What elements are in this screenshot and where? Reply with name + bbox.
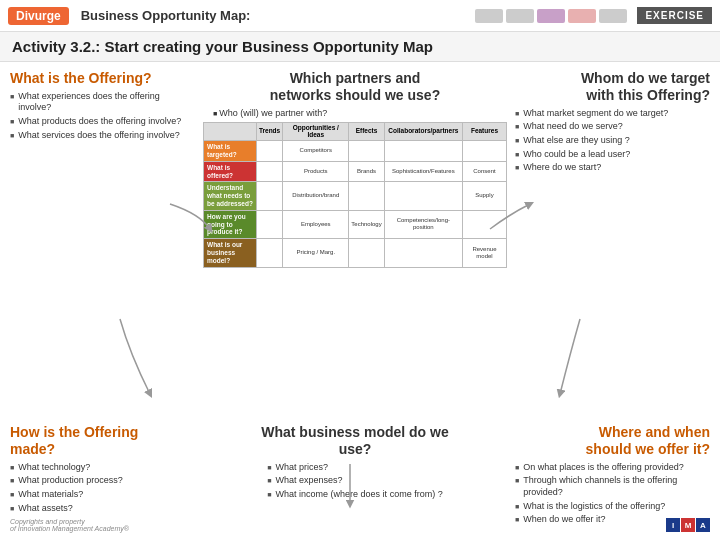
partners-heading: Which partners and networks should we us… — [270, 70, 440, 104]
ww-bullet-2: Through which channels is the offering p… — [515, 475, 710, 498]
ima-logo: I M A — [666, 518, 710, 532]
offering-bullets: What experiences does the offering invol… — [10, 91, 195, 142]
how-made-bullet-3: What materials? — [10, 489, 195, 501]
row-2-label: What isoffered? — [204, 161, 257, 182]
row-2-c5: Consent — [462, 161, 506, 182]
how-made-bullet-4: What assets? — [10, 503, 195, 515]
target-bullets: What market segment do we target? What n… — [515, 108, 710, 174]
col-header-features: Features — [462, 122, 506, 141]
right-column: Whom do we target with this Offering? Wh… — [515, 70, 710, 418]
offering-bullet-3: What services does the offering involve? — [10, 130, 195, 142]
row-1-c2: Competitors — [283, 141, 349, 162]
row-5-c5: Revenue model — [462, 239, 506, 267]
row-2-c1 — [256, 161, 282, 182]
where-when-heading: Where and when should we offer it? — [515, 424, 710, 458]
center-column: Which partners and networks should we us… — [203, 70, 507, 418]
target-bullet-4: Who could be a lead user? — [515, 149, 710, 161]
row-2-c4: Sophistication/Features — [384, 161, 462, 182]
row-4-c1 — [256, 210, 282, 238]
col-header-collaborators: Collaborators/partners — [384, 122, 462, 141]
ima-m: M — [681, 518, 695, 532]
row-5-c4 — [384, 239, 462, 267]
row-3-c1 — [256, 182, 282, 210]
row-5-c1 — [256, 239, 282, 267]
ima-i: I — [666, 518, 680, 532]
table-row: What istargeted? Competitors — [204, 141, 507, 162]
top-section: What is the Offering? What experiences d… — [10, 70, 710, 418]
col-header-trends: Trends — [256, 122, 282, 141]
step-4 — [568, 9, 596, 23]
row-4-c2: Employees — [283, 210, 349, 238]
header: Divurge Business Opportunity Map: EXERCI… — [0, 0, 720, 32]
exercise-label: EXERCISE — [637, 7, 712, 24]
row-1-c4 — [384, 141, 462, 162]
row-3-c2: Distribution/brand — [283, 182, 349, 210]
how-made-bullet-1: What technology? — [10, 462, 195, 474]
target-bullet-2: What need do we serve? — [515, 121, 710, 133]
row-1-label: What istargeted? — [204, 141, 257, 162]
col-header-effects: Effects — [349, 122, 384, 141]
row-3-c5: Supply — [462, 182, 506, 210]
bm-bullet-2: What expenses? — [267, 475, 442, 487]
row-5-label: What is ourbusinessmodel? — [204, 239, 257, 267]
step-3 — [537, 9, 565, 23]
row-4-label: How are yougoing toproduce it? — [204, 210, 257, 238]
offering-heading: What is the Offering? — [10, 70, 195, 87]
row-2-c3: Brands — [349, 161, 384, 182]
target-bullet-3: What else are they using ? — [515, 135, 710, 147]
target-bullet-1: What market segment do we target? — [515, 108, 710, 120]
bottom-center: What business model do we use? What pric… — [203, 424, 507, 528]
left-column: What is the Offering? What experiences d… — [10, 70, 195, 418]
row-5-c3 — [349, 239, 384, 267]
table-row: Understandwhat needs tobe addressed? Dis… — [204, 182, 507, 210]
business-model-bullets: What prices? What expenses? What income … — [267, 462, 442, 503]
col-header-label — [204, 122, 257, 141]
how-made-bullet-2: What production process? — [10, 475, 195, 487]
bottom-right: Where and when should we offer it? On wh… — [515, 424, 710, 528]
offering-bullet-2: What products does the offering involve? — [10, 116, 195, 128]
target-heading: Whom do we target with this Offering? — [515, 70, 710, 104]
row-1-c3 — [349, 141, 384, 162]
bom-table: Trends Opportunities / Ideas Effects Col… — [203, 122, 507, 268]
row-4-c3: Technology — [349, 210, 384, 238]
row-3-c4 — [384, 182, 462, 210]
row-1-c1 — [256, 141, 282, 162]
ww-bullet-1: On what places is the offering provided? — [515, 462, 710, 474]
business-model-heading: What business model do we use? — [203, 424, 507, 458]
step-5 — [599, 9, 627, 23]
partners-sub: Who (will) we partner with? — [203, 108, 507, 118]
step-2 — [506, 9, 534, 23]
bottom-left: How is the Offering made? What technolog… — [10, 424, 195, 528]
page-title: Activity 3.2.: Start creating your Busin… — [0, 32, 720, 62]
table-row: How are yougoing toproduce it? Employees… — [204, 210, 507, 238]
row-3-c3 — [349, 182, 384, 210]
bm-bullet-1: What prices? — [267, 462, 442, 474]
table-row: What is ourbusinessmodel? Pricing / Marg… — [204, 239, 507, 267]
row-2-c2: Products — [283, 161, 349, 182]
progress-steps — [475, 9, 627, 23]
ima-a: A — [696, 518, 710, 532]
table-row: What isoffered? Products Brands Sophisti… — [204, 161, 507, 182]
how-made-bullets: What technology? What production process… — [10, 462, 195, 515]
where-when-bullets: On what places is the offering provided?… — [515, 462, 710, 526]
logo: Divurge — [8, 7, 69, 25]
step-1 — [475, 9, 503, 23]
bottom-section: How is the Offering made? What technolog… — [10, 424, 710, 528]
row-3-label: Understandwhat needs tobe addressed? — [204, 182, 257, 210]
bm-bullet-3: What income (where does it come from) ? — [267, 489, 442, 501]
footer-line-2: of Innovation Management Academy® — [10, 525, 129, 532]
row-4-c4: Competencies/long-position — [384, 210, 462, 238]
footer: Copyrights and property of Innovation Ma… — [10, 518, 129, 532]
row-1-c5 — [462, 141, 506, 162]
col-header-opportunities: Opportunities / Ideas — [283, 122, 349, 141]
ww-bullet-3: What is the logistics of the offering? — [515, 501, 710, 513]
offering-bullet-1: What experiences does the offering invol… — [10, 91, 195, 114]
header-title: Business Opportunity Map: — [81, 8, 476, 23]
footer-line-1: Copyrights and property — [10, 518, 129, 525]
row-4-c5 — [462, 210, 506, 238]
main-content: What is the Offering? What experiences d… — [0, 62, 720, 536]
target-bullet-5: Where do we start? — [515, 162, 710, 174]
how-made-heading: How is the Offering made? — [10, 424, 195, 458]
row-5-c2: Pricing / Marg. — [283, 239, 349, 267]
